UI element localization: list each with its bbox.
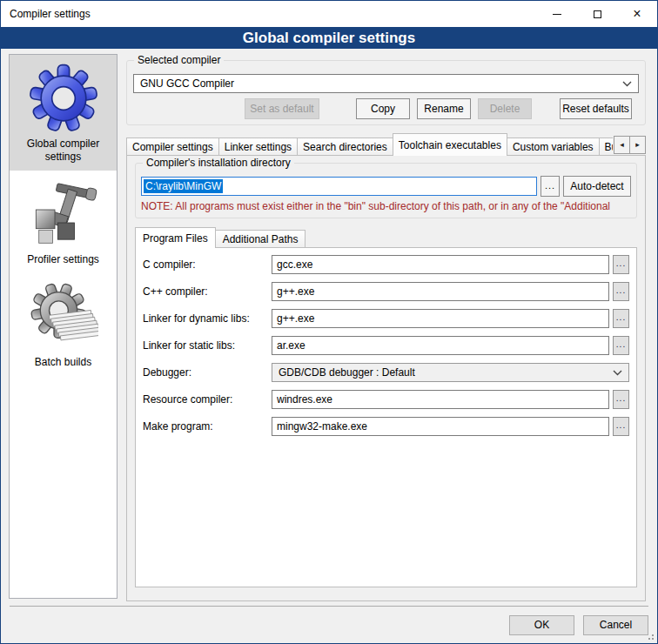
close-button[interactable]: × (617, 1, 657, 27)
cpp-compiler-browse-button[interactable]: ... (613, 282, 629, 301)
main-content: Selected compiler GNU GCC Compiler Set a… (126, 54, 646, 601)
window-title: Compiler settings (1, 8, 91, 20)
tabs-scroller: Compiler settings Linker settings Search… (126, 133, 613, 156)
programs-subtabs: Program Files Additional Paths (135, 227, 637, 248)
minimize-button[interactable] (537, 1, 577, 27)
chevron-down-icon (622, 81, 632, 87)
cpp-compiler-row: C++ compiler: ... (143, 282, 629, 301)
debugger-row: Debugger: GDB/CDB debugger : Default (143, 363, 629, 382)
tab-compiler-settings[interactable]: Compiler settings (126, 138, 219, 156)
title-bar[interactable]: Compiler settings × (1, 1, 657, 27)
static-linker-browse-button[interactable]: ... (613, 336, 629, 355)
sidebar-item-global-compiler-settings[interactable]: Global compiler settings (10, 55, 117, 171)
field-label: Linker for static libs: (143, 339, 272, 352)
tab-scroll-buttons: ◂ ▸ (614, 136, 646, 154)
field-label: Debugger: (143, 366, 272, 379)
tab-scroll-right-button[interactable]: ▸ (629, 136, 646, 154)
sidebar-item-profiler-settings[interactable]: Profiler settings (10, 171, 117, 273)
c-compiler-input[interactable] (272, 255, 609, 274)
installation-directory-input[interactable]: C:\raylib\MinGW (141, 177, 537, 196)
field-label: Make program: (143, 420, 272, 433)
field-label: Linker for dynamic libs: (143, 312, 272, 325)
minimize-icon (553, 14, 561, 15)
tab-program-files[interactable]: Program Files (135, 227, 216, 248)
tab-build-options[interactable]: Build options (599, 138, 613, 156)
selected-compiler-legend: Selected compiler (134, 54, 224, 67)
close-icon: × (633, 7, 641, 21)
cpp-compiler-input[interactable] (272, 282, 609, 301)
tab-search-directories[interactable]: Search directories (297, 138, 393, 156)
resource-compiler-browse-button[interactable]: ... (613, 390, 629, 409)
settings-tabstrip: Compiler settings Linker settings Search… (126, 133, 646, 156)
debugger-select-value: GDB/CDB debugger : Default (279, 366, 613, 379)
installation-directory-row: C:\raylib\MinGW ... Auto-detect (141, 176, 631, 197)
resource-compiler-row: Resource compiler: ... (143, 390, 629, 409)
cancel-button[interactable]: Cancel (583, 615, 648, 635)
copy-button[interactable]: Copy (356, 98, 410, 119)
resize-grip[interactable] (652, 638, 654, 640)
field-label: C++ compiler: (143, 285, 272, 298)
gray-gear-papers-icon (29, 282, 98, 352)
tab-linker-settings[interactable]: Linker settings (218, 138, 298, 156)
program-files-panel: C compiler: ... C++ compiler: ... Linker… (135, 247, 637, 587)
installation-directory-value: C:\raylib\MinGW (144, 179, 223, 193)
sidebar-item-batch-builds[interactable]: Batch builds (10, 273, 117, 376)
bin-subdirectory-note: NOTE: All programs must exist either in … (141, 200, 631, 212)
resource-compiler-input[interactable] (272, 390, 609, 409)
make-program-row: Make program: ... (143, 417, 629, 436)
reset-defaults-button[interactable]: Reset defaults (560, 98, 632, 119)
make-program-browse-button[interactable]: ... (613, 417, 629, 436)
sidebar-item-label: Profiler settings (10, 253, 117, 266)
maximize-icon (594, 10, 601, 18)
toolchain-executables-panel: Compiler's installation directory C:\ray… (126, 155, 646, 601)
field-label: Resource compiler: (143, 393, 272, 406)
make-program-input[interactable] (272, 417, 609, 436)
delete-button[interactable]: Delete (478, 98, 532, 119)
dynamic-linker-browse-button[interactable]: ... (613, 309, 629, 328)
profiler-caliper-icon (29, 179, 98, 249)
compiler-buttons-row: Set as default Copy Rename Delete Reset … (133, 98, 639, 119)
set-as-default-button[interactable]: Set as default (245, 98, 319, 119)
installation-directory-legend: Compiler's installation directory (143, 157, 294, 170)
auto-detect-button[interactable]: Auto-detect (563, 176, 631, 197)
compiler-select[interactable]: GNU GCC Compiler (133, 74, 639, 93)
chevron-down-icon (613, 370, 622, 376)
selected-compiler-group: Selected compiler GNU GCC Compiler Set a… (126, 60, 646, 125)
static-linker-row: Linker for static libs: ... (143, 336, 629, 355)
ok-button[interactable]: OK (509, 615, 574, 635)
dynamic-linker-input[interactable] (272, 309, 609, 328)
field-label: C compiler: (143, 258, 272, 271)
compiler-settings-dialog: Compiler settings × Global compiler sett… (0, 0, 658, 644)
tab-additional-paths[interactable]: Additional Paths (215, 230, 306, 248)
tab-scroll-left-button[interactable]: ◂ (614, 136, 630, 154)
sidebar-item-label: Global compiler settings (10, 138, 117, 164)
rename-button[interactable]: Rename (417, 98, 471, 119)
sidebar-item-label: Batch builds (10, 356, 117, 369)
tab-toolchain-executables[interactable]: Toolchain executables (393, 133, 507, 156)
dynamic-linker-row: Linker for dynamic libs: ... (143, 309, 629, 328)
caption-buttons: × (537, 1, 657, 27)
compiler-select-value: GNU GCC Compiler (140, 77, 622, 90)
programs-notebook: Program Files Additional Paths C compile… (135, 227, 637, 587)
c-compiler-row: C compiler: ... (143, 255, 629, 274)
page-title: Global compiler settings (1, 27, 657, 49)
static-linker-input[interactable] (272, 336, 609, 355)
installation-directory-group: Compiler's installation directory C:\ray… (135, 163, 637, 218)
debugger-select[interactable]: GDB/CDB debugger : Default (272, 363, 629, 382)
maximize-button[interactable] (577, 1, 617, 27)
blue-gear-icon (29, 64, 98, 133)
installation-directory-browse-button[interactable]: ... (540, 176, 560, 197)
settings-category-list: Global compiler settings (9, 54, 118, 599)
tab-custom-variables[interactable]: Custom variables (507, 138, 600, 156)
c-compiler-browse-button[interactable]: ... (613, 255, 629, 274)
footer-divider (10, 606, 648, 607)
